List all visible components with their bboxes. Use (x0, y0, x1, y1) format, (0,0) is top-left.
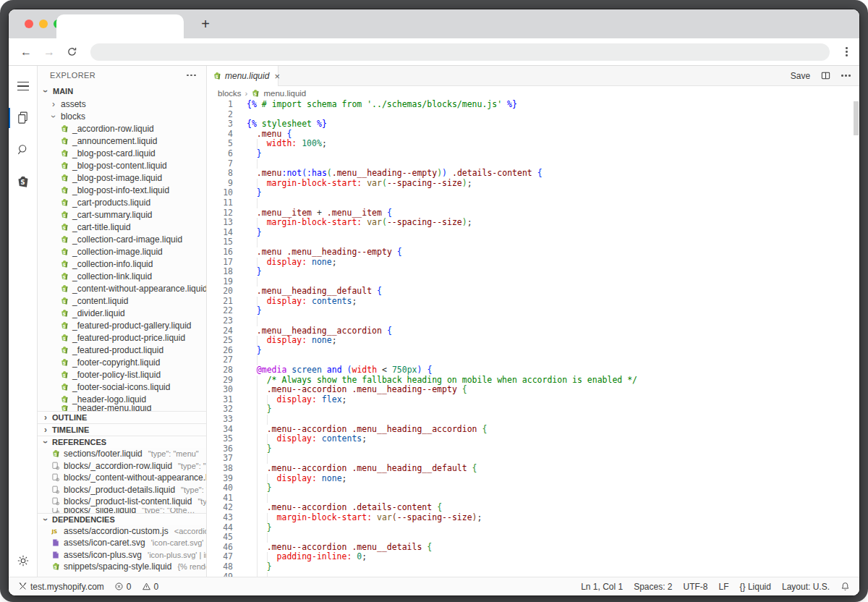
section-item[interactable]: blocks/_product-details.liquid"type": "… (38, 484, 206, 496)
tree-folder-blocks[interactable]: ›blocks (38, 110, 206, 122)
explorer-more-actions-icon[interactable] (187, 75, 196, 77)
code-line: 40} (207, 483, 859, 493)
split-editor-icon[interactable] (820, 70, 831, 81)
tree-file-row[interactable]: S_content.liquid (38, 294, 206, 307)
tree-file-row[interactable]: S_footer-copyright.liquid (38, 356, 206, 368)
explorer-sidebar: EXPLORER › MAIN ›assets›blocksS_accordio… (38, 66, 207, 577)
save-button[interactable]: Save (791, 71, 810, 81)
line-content: } (233, 444, 272, 454)
tree-file-row[interactable]: S_collection-card-image.liquid (38, 233, 206, 245)
tree-file-row[interactable]: S_collection-link.liquid (38, 270, 206, 282)
tree-root-main[interactable]: › MAIN (38, 85, 206, 98)
line-content (233, 159, 267, 169)
section-item[interactable]: blocks/_accordion-row.liquid"type": "@t… (38, 460, 206, 472)
code-editor[interactable]: 1{% # import schema from '../schemas/blo… (207, 100, 859, 577)
tree-file-row[interactable]: S_announcement.liquid (38, 135, 206, 147)
line-number: 24 (207, 326, 233, 336)
tree-file-row[interactable]: S_blog-post-content.liquid (38, 159, 206, 171)
code-line: 10} (207, 188, 859, 198)
section-item[interactable]: blocks/_slide.liquid"type": "Othe… (38, 508, 206, 513)
remote-indicator[interactable]: test.myshopify.com (18, 582, 104, 592)
tree-file-row[interactable]: S_featured-product.liquid (38, 344, 206, 356)
line-content (233, 572, 277, 577)
tree-file-row[interactable]: S_divider.liquid (38, 307, 206, 319)
line-number: 18 (207, 267, 233, 277)
cursor-position[interactable]: Ln 1, Col 1 (581, 582, 623, 592)
search-icon[interactable] (9, 134, 38, 166)
window-close-button[interactable] (25, 20, 33, 28)
tree-file-row[interactable]: S_blog-post-info-text.liquid (38, 184, 206, 196)
svg-file-icon (51, 551, 60, 559)
line-content (233, 316, 267, 326)
svg-text:S: S (63, 311, 66, 315)
line-content: } (233, 483, 272, 493)
section-item[interactable]: blocks/_content-without-appearance.liq… (38, 472, 206, 484)
error-count[interactable]: 0 (114, 582, 132, 592)
tree-folder-assets[interactable]: ›assets (38, 98, 206, 110)
svg-file-icon (51, 538, 60, 547)
line-content: display: none; (233, 258, 337, 268)
tree-file-row[interactable]: S_collection-info.liquid (38, 258, 206, 270)
breadcrumb-folder[interactable]: blocks (218, 89, 242, 98)
section-header-timeline[interactable]: ›TIMELINE (38, 423, 206, 436)
section-item[interactable]: assets/icon-plus.svg'icon-plus.svg' | in… (38, 549, 206, 561)
tree-file-row[interactable]: S_cart-products.liquid (38, 196, 206, 208)
section-item[interactable]: Ssections/footer.liquid"type": "menu" (38, 448, 206, 460)
tree-file-row[interactable]: S_header-menu.liquid (38, 405, 206, 411)
liquid-file-icon: S (60, 395, 69, 404)
tree-file-row[interactable]: S_footer-social-icons.liquid (38, 381, 206, 393)
keyboard-layout[interactable]: Layout: U.S. (782, 582, 830, 592)
tree-file-row[interactable]: S_featured-product-price.liquid (38, 331, 206, 344)
warning-count[interactable]: 0 (142, 582, 159, 592)
section-item[interactable]: assets/icon-caret.svg'icon-caret.svg' | … (38, 537, 206, 549)
section-header-dependencies[interactable]: ›DEPENDENCIES (38, 513, 206, 525)
tree-file-row[interactable]: S_featured-product-gallery.liquid (38, 319, 206, 331)
tree-file-row[interactable]: S_cart-title.liquid (38, 221, 206, 233)
shopify-icon[interactable]: S (9, 166, 38, 198)
encoding[interactable]: UTF-8 (684, 582, 708, 592)
explorer-icon[interactable] (9, 102, 38, 134)
tree-file-row[interactable]: S_blog-post-image.liquid (38, 171, 206, 184)
tree-file-row[interactable]: S_blog-post-card.liquid (38, 147, 206, 159)
line-number: 6 (207, 149, 233, 159)
indentation[interactable]: Spaces: 2 (634, 582, 672, 592)
line-content: margin-block-start: var(--spacing--size)… (233, 513, 482, 523)
settings-gear-icon[interactable] (9, 545, 38, 577)
tree-file-row[interactable]: S_accordion-row.liquid (38, 122, 206, 135)
section-item[interactable]: blocks/_product-list-content.liquid"typ… (38, 496, 206, 508)
bell-icon[interactable] (841, 582, 850, 591)
line-content: } (233, 188, 262, 198)
section-header-references[interactable]: ›REFERENCES (38, 436, 206, 448)
tree-file-row[interactable]: S_cart-summary.liquid (38, 208, 206, 221)
chevron-right-icon: › (42, 425, 49, 434)
section-item[interactable]: JSassets/accordion-custom.js<accordion-… (38, 525, 206, 538)
new-tab-button[interactable]: + (195, 14, 216, 34)
tree-root-label: MAIN (53, 87, 73, 96)
code-line: 25display: none; (207, 336, 859, 346)
tree-folder-label: assets (61, 99, 86, 109)
reload-button[interactable] (67, 46, 77, 57)
tree-file-row[interactable]: S_footer-policy-list.liquid (38, 368, 206, 381)
breadcrumb-file[interactable]: menu.liquid (263, 89, 306, 98)
line-content: .menu__item + .menu__item { (233, 208, 392, 219)
section-item[interactable]: Ssnippets/spacing-style.liquid{% render … (38, 561, 206, 573)
browser-tab[interactable] (56, 14, 184, 38)
code-line: 45 (207, 533, 859, 543)
browser-menu-icon[interactable] (846, 47, 848, 56)
tree-file-row[interactable]: S_content-without-appearance.liquid (38, 282, 206, 294)
url-bar[interactable] (90, 43, 830, 61)
tree-file-row[interactable]: S_header-logo.liquid (38, 393, 206, 405)
browser-toolbar: ← → (9, 38, 859, 66)
language-mode[interactable]: {} Liquid (740, 582, 771, 592)
editor-tab-menu-liquid[interactable]: S menu.liquid × (207, 66, 278, 86)
tree-file-label: _featured-product-price.liquid (72, 333, 185, 343)
eol-sequence[interactable]: LF (719, 582, 729, 592)
window-minimize-button[interactable] (39, 20, 48, 28)
tree-file-row[interactable]: S_collection-image.liquid (38, 245, 206, 258)
editor-scrollbar[interactable] (854, 101, 859, 135)
editor-more-actions-icon[interactable] (841, 75, 851, 77)
menu-icon[interactable] (9, 70, 38, 102)
back-button[interactable]: ← (20, 46, 32, 58)
tree-folder-label: blocks (61, 111, 85, 122)
section-header-outline[interactable]: ›OUTLINE (38, 411, 206, 423)
